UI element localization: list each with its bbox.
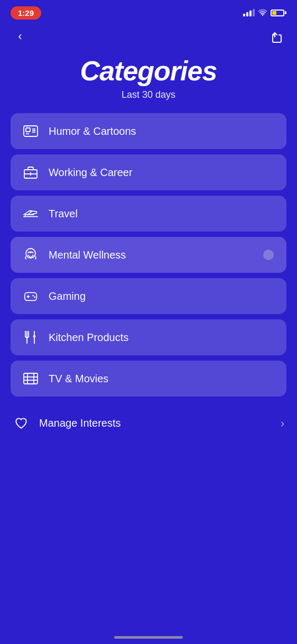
category-item-gaming[interactable]: Gaming: [11, 278, 286, 314]
share-button[interactable]: [267, 27, 286, 47]
svg-point-16: [34, 297, 35, 298]
movies-icon: [22, 370, 39, 387]
svg-rect-20: [24, 373, 38, 384]
category-list: Humor & Cartoons Working & Career Travel: [0, 113, 297, 402]
page-header: Categories Last 30 days: [0, 51, 297, 113]
share-icon: [271, 31, 283, 43]
page-title: Categories: [11, 56, 286, 86]
back-chevron-icon: ‹: [18, 30, 22, 43]
status-icons: [243, 8, 286, 17]
wellness-label: Mental Wellness: [49, 249, 126, 261]
travel-icon: [22, 205, 39, 222]
gaming-icon: [22, 288, 39, 305]
battery-icon: [271, 10, 286, 16]
nav-bar: ‹: [0, 23, 297, 51]
gaming-label: Gaming: [49, 290, 86, 302]
category-item-travel[interactable]: Travel: [11, 196, 286, 232]
wifi-icon: [258, 8, 267, 17]
humor-icon: [22, 123, 39, 140]
manage-interests-row[interactable]: Manage Interests ›: [0, 402, 297, 444]
kitchen-icon: [22, 329, 39, 346]
manage-interests-left: Manage Interests: [13, 415, 121, 431]
page-subtitle: Last 30 days: [11, 89, 286, 100]
status-bar: 1:29: [0, 0, 297, 23]
home-indicator: [114, 636, 183, 639]
category-item-kitchen[interactable]: Kitchen Products: [11, 319, 286, 355]
category-item-humor[interactable]: Humor & Cartoons: [11, 113, 286, 149]
movies-label: TV & Movies: [49, 373, 108, 385]
back-button[interactable]: ‹: [11, 27, 30, 47]
svg-rect-1: [26, 128, 30, 132]
wellness-icon: [22, 246, 39, 263]
time-display: 1:29: [11, 6, 41, 20]
career-icon: [22, 164, 39, 181]
svg-point-15: [32, 295, 34, 297]
category-item-movies[interactable]: TV & Movies: [11, 361, 286, 397]
touch-indicator: [263, 250, 274, 260]
manage-interests-label: Manage Interests: [39, 417, 121, 429]
category-item-wellness[interactable]: Mental Wellness: [11, 237, 286, 273]
humor-label: Humor & Cartoons: [49, 125, 136, 137]
career-label: Working & Career: [49, 167, 133, 179]
chevron-right-icon: ›: [281, 417, 284, 429]
travel-label: Travel: [49, 208, 78, 220]
signal-icon: [243, 9, 255, 16]
heart-icon: [13, 415, 30, 431]
kitchen-label: Kitchen Products: [49, 332, 128, 344]
category-item-career[interactable]: Working & Career: [11, 154, 286, 190]
